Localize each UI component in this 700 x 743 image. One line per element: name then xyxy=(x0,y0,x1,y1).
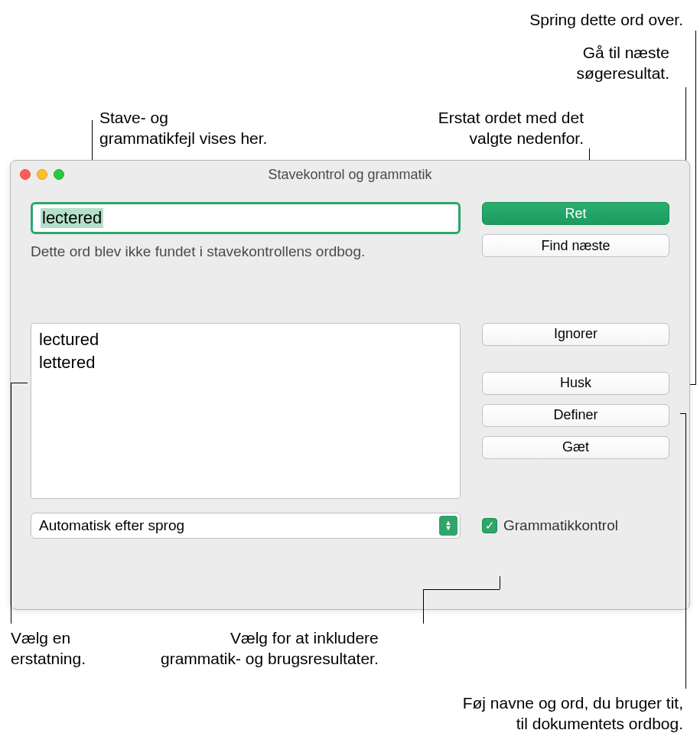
close-icon[interactable] xyxy=(20,169,31,180)
callout-text-line: Gå til næste xyxy=(577,42,669,63)
suggestions-list[interactable]: lectured lettered xyxy=(31,323,461,499)
word-highlight: lectered xyxy=(41,208,103,228)
callout-text-line: Føj navne og ord, du bruger tit, xyxy=(463,692,683,713)
callout-choose-replacement: Vælg en erstatning. xyxy=(11,627,86,670)
callout-line xyxy=(423,589,424,624)
callout-text-line: til dokumentets ordbog. xyxy=(463,713,683,734)
chevron-up-down-icon: ▲ ▼ xyxy=(439,516,457,536)
callout-line xyxy=(11,383,11,624)
status-text: Dette ord blev ikke fundet i stavekontro… xyxy=(31,242,398,262)
grammar-checkbox-label: Grammatikkontrol xyxy=(503,517,618,534)
callout-errors-shown: Stave- og grammatikfejl vises her. xyxy=(99,107,267,149)
correct-button[interactable]: Ret xyxy=(482,202,669,225)
callout-text-line: erstatning. xyxy=(11,648,86,669)
window-content: lectered Dette ord blev ikke fundet i st… xyxy=(11,188,689,552)
grammar-checkbox[interactable]: ✓ xyxy=(482,518,497,533)
maximize-icon[interactable] xyxy=(54,169,64,180)
callout-next-result: Gå til næste søgeresultat. xyxy=(577,42,669,84)
titlebar: Stavekontrol og grammatik xyxy=(11,161,689,188)
callout-text-line: Stave- og xyxy=(99,107,267,128)
callout-line xyxy=(500,576,500,589)
word-input[interactable]: lectered xyxy=(31,202,461,234)
callout-text-line: søgeresultat. xyxy=(577,63,669,83)
callout-text-line: grammatikfejl vises her. xyxy=(99,128,267,148)
find-next-button[interactable]: Find næste xyxy=(482,234,669,257)
guess-button[interactable]: Gæt xyxy=(482,436,669,459)
ignore-button[interactable]: Ignorer xyxy=(482,323,669,346)
callout-text-line: Vælg for at inkludere xyxy=(161,627,379,648)
define-button[interactable]: Definer xyxy=(482,404,669,427)
language-dropdown[interactable]: Automatisk efter sprog ▲ ▼ xyxy=(31,513,461,539)
callout-text-line: Erstat ordet med det xyxy=(438,107,584,128)
callout-skip-word: Spring dette ord over. xyxy=(529,9,683,30)
window-title: Stavekontrol og grammatik xyxy=(11,167,689,183)
callout-line xyxy=(685,413,686,689)
grammar-checkbox-row: ✓ Grammatikkontrol xyxy=(482,517,669,534)
traffic-lights xyxy=(20,169,64,180)
list-item[interactable]: lectured xyxy=(39,328,452,351)
callout-text-line: grammatik- og brugsresultater. xyxy=(161,648,379,669)
callout-line xyxy=(695,31,696,385)
callout-include-grammar: Vælg for at inkludere grammatik- og brug… xyxy=(161,627,379,670)
minimize-icon[interactable] xyxy=(37,169,47,180)
callout-add-names: Føj navne og ord, du bruger tit, til dok… xyxy=(463,692,683,735)
dropdown-label: Automatisk efter sprog xyxy=(39,517,184,534)
spell-check-window: Stavekontrol og grammatik lectered Dette… xyxy=(10,160,690,610)
list-item[interactable]: lettered xyxy=(39,351,452,374)
callout-text-line: Vælg en xyxy=(11,627,86,648)
callout-text-line: valgte nedenfor. xyxy=(438,128,584,148)
callout-line xyxy=(423,589,500,590)
remember-button[interactable]: Husk xyxy=(482,372,669,395)
callout-line xyxy=(680,413,686,414)
callout-replace-word: Erstat ordet med det valgte nedenfor. xyxy=(438,107,584,149)
callout-line xyxy=(11,383,28,383)
